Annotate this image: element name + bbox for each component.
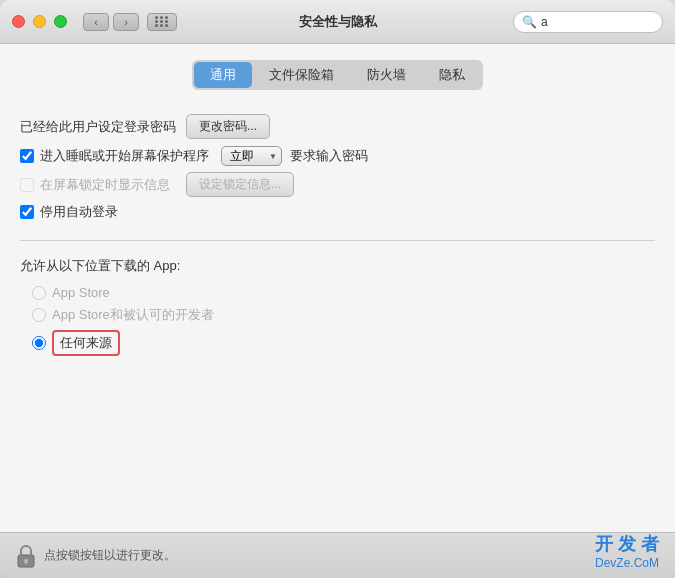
show-info-label: 在屏幕锁定时显示信息 [40, 176, 170, 194]
disable-autologin-row: 停用自动登录 [20, 200, 655, 224]
show-info-checkbox[interactable] [20, 178, 34, 192]
radio-appstore-dev-row: App Store和被认可的开发者 [32, 306, 655, 324]
disable-autologin-checkbox[interactable] [20, 205, 34, 219]
radio-anywhere-label: 任何来源 [52, 330, 120, 356]
set-lock-info-button[interactable]: 设定锁定信息... [186, 172, 294, 197]
password-row: 已经给此用户设定登录密码 更改密码... [20, 110, 655, 143]
radio-appstore-label: App Store [52, 285, 110, 300]
sleep-checkbox-row: 进入睡眠或开始屏幕保护程序 立即 5秒 1分钟 5分钟 ▼ 要求输入密码 [20, 143, 655, 169]
radio-appstore[interactable] [32, 286, 46, 300]
watermark-line1: 开 发 者 [595, 533, 659, 556]
disable-autologin-label: 停用自动登录 [40, 203, 118, 221]
back-button[interactable]: ‹ [83, 13, 109, 31]
radio-anywhere-row: 任何来源 [32, 330, 655, 356]
show-info-row: 在屏幕锁定时显示信息 设定锁定信息... [20, 169, 655, 200]
lock-button[interactable]: 点按锁按钮以进行更改。 [16, 544, 176, 568]
tabs-container: 通用 文件保险箱 防火墙 隐私 [20, 60, 655, 90]
svg-rect-2 [25, 561, 27, 564]
close-button[interactable] [12, 15, 25, 28]
titlebar: ‹ › 安全性与隐私 🔍 ✕ [0, 0, 675, 44]
search-icon: 🔍 [522, 15, 537, 29]
tab-privacy[interactable]: 隐私 [423, 62, 481, 88]
traffic-lights [12, 15, 67, 28]
grid-button[interactable] [147, 13, 177, 31]
main-window: ‹ › 安全性与隐私 🔍 ✕ 通用 文件保险箱 防火墙 隐私 [0, 0, 675, 578]
password-label: 已经给此用户设定登录密码 [20, 118, 176, 136]
radio-group: App Store App Store和被认可的开发者 任何来源 [20, 285, 655, 356]
sleep-checkbox[interactable] [20, 149, 34, 163]
search-box[interactable]: 🔍 ✕ [513, 11, 663, 33]
tab-general[interactable]: 通用 [194, 62, 252, 88]
maximize-button[interactable] [54, 15, 67, 28]
window-title: 安全性与隐私 [299, 13, 377, 31]
radio-appstore-row: App Store [32, 285, 655, 300]
require-password-label: 要求输入密码 [290, 147, 368, 165]
radio-appstore-dev[interactable] [32, 308, 46, 322]
change-password-button[interactable]: 更改密码... [186, 114, 270, 139]
grid-icon [155, 16, 169, 27]
content-area: 通用 文件保险箱 防火墙 隐私 已经给此用户设定登录密码 更改密码... 进入睡… [0, 44, 675, 532]
radio-appstore-dev-label: App Store和被认可的开发者 [52, 306, 214, 324]
watermark: 开 发 者 DevZe.CoM [595, 533, 659, 572]
forward-button[interactable]: › [113, 13, 139, 31]
tab-firewall[interactable]: 防火墙 [351, 62, 422, 88]
sleep-label: 进入睡眠或开始屏幕保护程序 [40, 147, 209, 165]
divider [20, 240, 655, 241]
sleep-select-wrapper: 立即 5秒 1分钟 5分钟 ▼ [221, 146, 282, 166]
allow-title: 允许从以下位置下载的 App: [20, 257, 655, 275]
sleep-select[interactable]: 立即 5秒 1分钟 5分钟 [221, 146, 282, 166]
allow-section: 允许从以下位置下载的 App: App Store App Store和被认可的… [20, 257, 655, 356]
watermark-line2: DevZe.CoM [595, 556, 659, 572]
nav-buttons: ‹ › [83, 13, 139, 31]
tab-filevault[interactable]: 文件保险箱 [253, 62, 350, 88]
radio-anywhere[interactable] [32, 336, 46, 350]
lock-text: 点按锁按钮以进行更改。 [44, 547, 176, 564]
minimize-button[interactable] [33, 15, 46, 28]
lock-icon [16, 544, 36, 568]
bottom-bar: 点按锁按钮以进行更改。 开 发 者 DevZe.CoM [0, 532, 675, 578]
tab-bar: 通用 文件保险箱 防火墙 隐私 [192, 60, 483, 90]
search-input[interactable] [541, 15, 675, 29]
